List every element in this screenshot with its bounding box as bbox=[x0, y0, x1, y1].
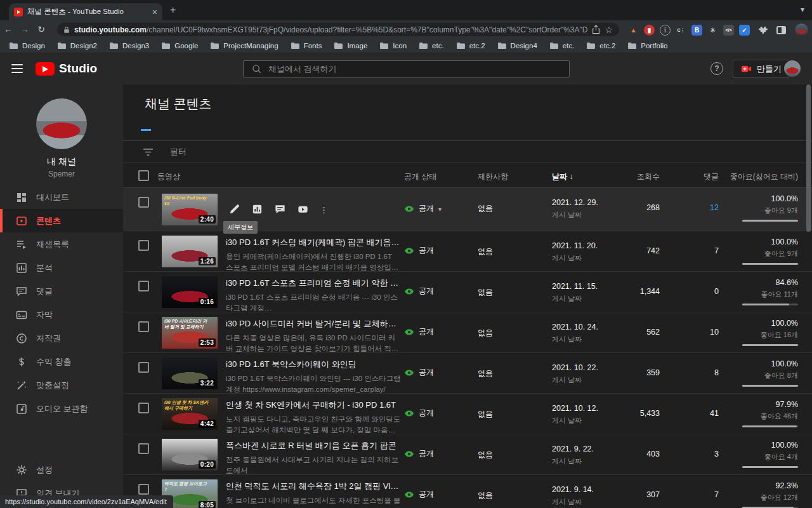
header-videos[interactable]: 동영상 bbox=[157, 171, 180, 182]
filter-bar[interactable]: 필터 bbox=[123, 141, 812, 163]
select-all-checkbox[interactable] bbox=[138, 170, 149, 181]
comments-icon[interactable] bbox=[274, 203, 286, 215]
bookmark-item[interactable]: etc.2 bbox=[586, 42, 615, 50]
table-row[interactable]: 0:16 i30 PD 1.6T 스포츠 프리미엄 순정 배기 악한 팝콘 Hy… bbox=[123, 272, 812, 312]
visibility-cell[interactable]: 공개 bbox=[404, 245, 434, 256]
video-thumbnail[interactable]: i30 인생 첫 차 SK엔카에서 구매하기 4:42 bbox=[162, 398, 218, 430]
video-title[interactable]: i30 PD 1.6T 스포츠 프리미엄 순정 배기 악한 팝콘 Hyundai… bbox=[226, 277, 401, 289]
video-title[interactable]: 폭스바겐 시로코 R 터널 배기음 오픈 흡기 팝콘 bbox=[226, 440, 401, 451]
new-tab-button[interactable] bbox=[170, 5, 176, 15]
bookmark-item[interactable]: Design3 bbox=[109, 42, 149, 50]
forward-button[interactable] bbox=[16, 25, 33, 34]
side-panel-icon[interactable] bbox=[776, 26, 786, 34]
video-thumbnail[interactable]: 1:26 bbox=[162, 236, 218, 267]
video-thumbnail[interactable]: i30 PD 사이드미러 커버 탈거 및 교체하기 2:53 bbox=[162, 317, 218, 349]
table-row[interactable]: i30 인생 첫 차 SK엔카에서 구매하기 4:42 인생 첫 차 SK엔카에… bbox=[123, 394, 812, 434]
search-input[interactable] bbox=[268, 64, 561, 74]
bookmark-item[interactable]: etc. bbox=[419, 42, 444, 50]
header-restrictions[interactable]: 제한사항 bbox=[478, 171, 508, 182]
create-button[interactable]: 만들기 bbox=[733, 60, 789, 78]
header-comments[interactable]: 댓글 bbox=[704, 171, 719, 182]
sidebar-item-gear[interactable]: 설정 bbox=[0, 458, 123, 481]
view-on-youtube-icon[interactable] bbox=[297, 203, 309, 215]
analytics-icon[interactable] bbox=[251, 203, 263, 215]
help-icon[interactable]: ? bbox=[710, 62, 723, 75]
hand-blocker-extension[interactable]: ▮ bbox=[644, 25, 655, 36]
bookmark-item[interactable]: Portfolio bbox=[627, 42, 667, 50]
header-likes[interactable]: 좋아요(싫어요 대비) bbox=[730, 171, 798, 182]
sidebar-item-subtitles[interactable]: 자막 bbox=[0, 303, 123, 326]
address-bar[interactable]: studio.youtube.com/channel/UC0F9twxhsmEX… bbox=[57, 23, 619, 36]
row-checkbox[interactable] bbox=[138, 321, 149, 332]
browser-profile-avatar[interactable] bbox=[795, 23, 808, 37]
video-thumbnail[interactable]: 3:22 bbox=[162, 358, 218, 389]
table-row[interactable]: 덕적도 캠핑 브이로그 ? 8:05 인천 덕적도 서포리 해수욕장 1박 2일… bbox=[123, 475, 812, 508]
table-row[interactable]: 3:22 i30 PD 1.6T 북악스카이웨이 와인딩 i30 PD 1.6T… bbox=[123, 353, 812, 394]
table-row[interactable]: 0:20 폭스바겐 시로코 R 터널 배기음 오픈 흡기 팝콘 전주 동물원에서… bbox=[123, 434, 812, 475]
bookmark-item[interactable]: Image bbox=[334, 42, 367, 50]
bookmark-item[interactable]: Fonts bbox=[291, 42, 322, 50]
table-row[interactable]: i30 PD 사이드미러 커버 탈거 및 교체하기 2:53 i30 PD 사이… bbox=[123, 312, 812, 353]
header-visibility[interactable]: 공개 상태 bbox=[404, 171, 436, 182]
youtube-logo-icon[interactable] bbox=[36, 62, 55, 76]
back-button[interactable] bbox=[0, 25, 16, 34]
video-title[interactable]: i30 PD 1.6T 커스텀 배기(케메곽) 팝콘 배기음 & 짧은 주행 H… bbox=[226, 237, 401, 248]
visibility-cell[interactable]: 공개 bbox=[404, 448, 434, 459]
sidebar-item-wand[interactable]: 맞춤설정 bbox=[0, 373, 123, 397]
row-checkbox[interactable] bbox=[138, 240, 149, 251]
header-date[interactable]: 날짜 ↓ bbox=[552, 171, 573, 182]
row-checkbox[interactable] bbox=[138, 443, 149, 454]
table-row[interactable]: i30 N-Line Full body kit 2:40 세부정보 공개 없음… bbox=[123, 188, 812, 231]
share-icon[interactable] bbox=[592, 25, 600, 34]
video-title[interactable]: 인생 첫 차 SK엔카에서 구매하기 - i30 PD 1.6T bbox=[226, 399, 401, 411]
visibility-dropdown-icon[interactable] bbox=[438, 204, 442, 213]
sidebar-item-audio[interactable]: 오디오 보관함 bbox=[0, 397, 123, 420]
row-checkbox[interactable] bbox=[138, 197, 149, 208]
sidebar-item-analytics[interactable]: 분석 bbox=[0, 256, 123, 279]
page-scrollbar[interactable] bbox=[806, 84, 811, 232]
sidebar-item-money[interactable]: 수익 창출 bbox=[0, 350, 123, 373]
visibility-cell[interactable]: 공개 bbox=[404, 326, 434, 337]
reload-button[interactable] bbox=[33, 25, 49, 34]
atom-extension[interactable]: ✳ bbox=[707, 25, 718, 36]
video-thumbnail[interactable]: 0:16 bbox=[162, 276, 218, 308]
table-row[interactable]: 1:26 i30 PD 1.6T 커스텀 배기(케메곽) 팝콘 배기음 & 짧은… bbox=[123, 231, 812, 272]
extensions-puzzle-icon[interactable] bbox=[757, 25, 768, 36]
studio-wordmark[interactable]: Studio bbox=[59, 62, 97, 76]
visibility-cell[interactable]: 공개 bbox=[404, 408, 434, 418]
bookmark-item[interactable]: Design2 bbox=[57, 42, 97, 50]
bookmark-item[interactable]: Design bbox=[9, 42, 45, 50]
sidebar-item-dashboard[interactable]: 대시보드 bbox=[0, 185, 123, 209]
badge-extension[interactable]: B bbox=[691, 25, 702, 36]
row-menu-icon[interactable] bbox=[320, 204, 328, 214]
row-checkbox[interactable] bbox=[138, 484, 149, 495]
row-checkbox[interactable] bbox=[138, 281, 149, 291]
bookmark-item[interactable]: etc. bbox=[549, 42, 575, 50]
visibility-cell[interactable]: 공개 bbox=[404, 203, 442, 214]
account-avatar[interactable] bbox=[784, 60, 801, 77]
content-tab[interactable] bbox=[166, 121, 176, 131]
sidebar-item-copyright[interactable]: 저작권 bbox=[0, 326, 123, 350]
check-extension[interactable]: ✓ bbox=[739, 25, 750, 36]
code-extension[interactable]: </> bbox=[723, 25, 734, 36]
sidebar-item-comments[interactable]: 댓글 bbox=[0, 279, 123, 303]
info-extension[interactable]: i bbox=[660, 25, 671, 36]
bookmark-item[interactable]: Design4 bbox=[497, 42, 537, 50]
edit-details-icon[interactable] bbox=[228, 203, 240, 215]
bookmark-item[interactable]: Icon bbox=[379, 42, 407, 50]
header-views[interactable]: 조회수 bbox=[637, 171, 660, 182]
browser-tab[interactable]: 채널 콘텐츠 - YouTube Studio bbox=[9, 3, 162, 20]
row-checkbox[interactable] bbox=[138, 362, 149, 373]
hamburger-menu-icon[interactable] bbox=[11, 64, 23, 73]
ci-extension[interactable]: C⋮ bbox=[676, 25, 686, 36]
visibility-cell[interactable]: 공개 bbox=[404, 489, 434, 500]
tab-close-icon[interactable] bbox=[152, 8, 157, 17]
video-thumbnail[interactable]: 0:20 bbox=[162, 439, 218, 471]
video-thumbnail[interactable]: i30 N-Line Full body kit 2:40 bbox=[162, 194, 218, 225]
row-checkbox[interactable] bbox=[138, 403, 149, 413]
bookmark-star-icon[interactable] bbox=[605, 25, 613, 34]
video-title[interactable]: i30 PD 1.6T 북악스카이웨이 와인딩 bbox=[226, 359, 401, 370]
bookmark-item[interactable]: Google bbox=[161, 42, 198, 50]
sidebar-item-content[interactable]: 콘텐츠 bbox=[0, 209, 123, 232]
video-title[interactable]: i30 PD 사이드미러 커버 탈거/분리 및 교체하기(순정부품) bbox=[226, 318, 401, 330]
